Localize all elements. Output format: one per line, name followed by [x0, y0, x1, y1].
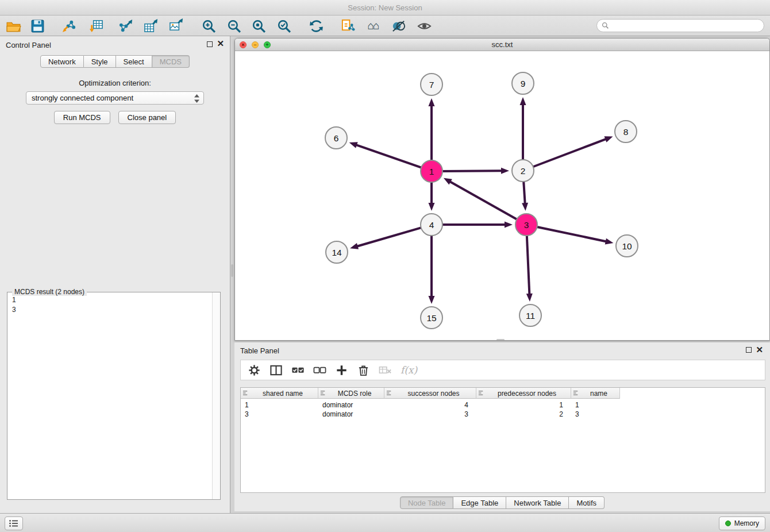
tab-edge-table[interactable]: Edge Table — [453, 496, 506, 509]
graph-edgearrow-1-6 — [349, 142, 358, 148]
graph-edgearrow-1-4 — [429, 203, 435, 211]
split-columns-icon[interactable] — [270, 364, 283, 377]
graph-edge-1-2[interactable] — [442, 171, 503, 171]
cell-successor-nodes[interactable]: 4 — [384, 400, 476, 410]
import-table-button[interactable] — [87, 17, 105, 35]
table-row[interactable]: 1 dominator 4 1 1 — [241, 400, 765, 410]
open-session-button[interactable] — [4, 17, 22, 35]
new-network-from-selection-icon — [340, 18, 356, 34]
column-type-icon — [386, 390, 392, 396]
column-header-name[interactable]: name — [571, 388, 620, 399]
import-table-icon — [88, 18, 104, 34]
graph-edge-2-8[interactable] — [533, 138, 607, 167]
window-titlebar[interactable]: Session: New Session — [0, 0, 770, 16]
tab-select[interactable]: Select — [116, 55, 152, 68]
zoom-fit-button[interactable] — [249, 17, 268, 35]
result-scrollbar[interactable] — [212, 292, 220, 499]
import-network-button[interactable] — [59, 17, 78, 35]
gear-icon[interactable] — [248, 364, 261, 377]
select-all-icon[interactable] — [291, 364, 305, 377]
graph-edgearrow-3-1 — [444, 178, 452, 185]
network-graph[interactable]: 7968124314101511 — [235, 51, 770, 341]
open-folder-icon — [6, 18, 21, 34]
control-panel: Control Panel ✕ Network Style Select MCD… — [0, 36, 230, 513]
close-panel-icon[interactable]: ✕ — [217, 39, 224, 48]
run-mcds-button[interactable]: Run MCDS — [54, 111, 110, 124]
cell-mcds-role[interactable]: dominator — [318, 400, 384, 410]
tab-style[interactable]: Style — [84, 55, 116, 68]
graph-node-label: 14 — [332, 248, 342, 257]
export-image-button[interactable] — [167, 17, 185, 35]
network-canvas[interactable]: 7968124314101511 — [235, 51, 770, 341]
column-header-predecessor-nodes[interactable]: predecessor nodes — [476, 388, 571, 399]
memory-button[interactable]: Memory — [719, 516, 765, 530]
column-header-label: successor nodes — [392, 388, 475, 399]
network-window-titlebar[interactable]: × − + scc.txt — [235, 38, 769, 51]
cell-shared-name[interactable]: 1 — [241, 400, 318, 410]
criterion-dropdown[interactable]: strongly connected component — [26, 91, 204, 105]
tab-node-table[interactable]: Node Table — [400, 496, 454, 509]
cell-name[interactable]: 1 — [571, 400, 620, 410]
first-neighbors-button[interactable]: ⌂⌂ — [364, 17, 382, 35]
cell-predecessor-nodes[interactable]: 1 — [476, 400, 571, 410]
search-input[interactable] — [612, 22, 759, 30]
list-icon — [9, 520, 18, 527]
canvas-resize-handle[interactable] — [496, 339, 505, 341]
dropdown-stepper-icon — [194, 94, 199, 103]
refresh-view-button[interactable] — [307, 17, 325, 35]
column-header-mcds-role[interactable]: MCDS role — [318, 388, 384, 399]
zoom-selected-button[interactable] — [275, 17, 293, 35]
table-panel: Table Panel ✕ — [234, 342, 770, 511]
zoom-selected-icon — [276, 18, 292, 34]
column-type-icon — [573, 390, 579, 396]
table-toolbar: f(x) — [240, 360, 765, 380]
graph-edge-3-11[interactable] — [527, 236, 530, 295]
cell-name[interactable]: 3 — [571, 410, 620, 419]
table-float-icon[interactable] — [746, 347, 752, 353]
save-session-button[interactable] — [28, 17, 47, 35]
graph-node-label: 8 — [623, 127, 629, 137]
function-builder-icon: f(x) — [401, 364, 417, 376]
tab-motifs[interactable]: Motifs — [569, 496, 605, 509]
column-header-shared-name[interactable]: shared name — [241, 388, 318, 399]
add-column-icon[interactable] — [335, 364, 348, 377]
trash-icon[interactable] — [357, 364, 370, 377]
graph-node-label: 11 — [526, 311, 535, 321]
column-header-label: name — [579, 388, 618, 399]
memory-label: Memory — [734, 519, 759, 527]
table-row[interactable]: 3 dominator 3 2 3 — [241, 410, 765, 419]
graph-edge-1-6[interactable] — [355, 145, 421, 168]
graph-edge-3-10[interactable] — [537, 227, 607, 242]
table-close-icon[interactable]: ✕ — [756, 345, 763, 355]
application-window: Session: New Session — [0, 0, 770, 532]
show-hide-button[interactable] — [415, 17, 433, 35]
style-venn-button[interactable] — [389, 17, 407, 35]
panel-splitter-handle[interactable] — [231, 264, 233, 277]
tab-network[interactable]: Network — [40, 55, 84, 68]
graph-edge-4-14[interactable] — [356, 228, 421, 246]
graph-edge-2-3[interactable] — [523, 182, 525, 205]
float-panel-icon[interactable] — [207, 41, 213, 47]
cell-shared-name[interactable]: 3 — [241, 410, 318, 419]
search-icon — [602, 22, 609, 29]
deselect-all-icon[interactable] — [313, 364, 326, 377]
tab-mcds[interactable]: MCDS — [152, 55, 190, 68]
graph-edge-3-1[interactable] — [449, 181, 517, 219]
zoom-out-button[interactable] — [225, 17, 243, 35]
zoom-out-icon — [226, 18, 242, 34]
graph-edgearrow-1-2 — [501, 168, 509, 174]
task-history-button[interactable] — [5, 516, 23, 530]
new-network-from-selection-button[interactable] — [338, 17, 357, 35]
export-table-button[interactable] — [141, 17, 160, 35]
column-type-icon — [320, 390, 326, 396]
import-network-icon — [61, 18, 76, 34]
cell-successor-nodes[interactable]: 3 — [384, 410, 476, 419]
tab-network-table[interactable]: Network Table — [506, 496, 569, 509]
close-panel-button[interactable]: Close panel — [118, 111, 176, 124]
table-panel-title: Table Panel — [240, 346, 279, 355]
cell-mcds-role[interactable]: dominator — [318, 410, 384, 419]
cell-predecessor-nodes[interactable]: 2 — [476, 410, 571, 419]
column-header-successor-nodes[interactable]: successor nodes — [384, 388, 476, 399]
zoom-in-button[interactable] — [199, 17, 218, 35]
export-network-button[interactable] — [117, 17, 135, 35]
